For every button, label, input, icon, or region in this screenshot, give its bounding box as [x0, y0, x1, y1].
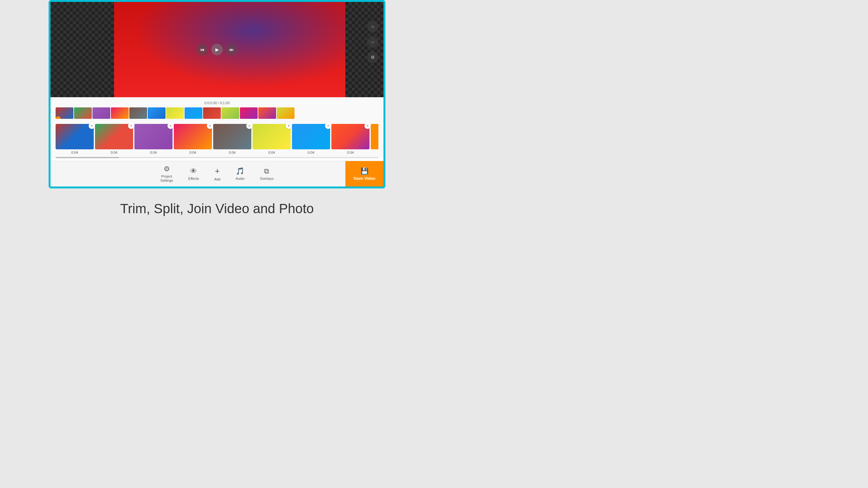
clip-item-7[interactable]: × 0:04 [292, 124, 330, 154]
filmstrip-bar[interactable] [56, 106, 378, 120]
audio-icon: 🎵 [236, 167, 244, 175]
overlays-label: Overlays [260, 177, 274, 181]
right-icons: ○ ○ ⚙ [367, 21, 378, 63]
clip-thumb-3 [134, 124, 173, 149]
effects-icon: 👁 [190, 167, 197, 175]
add-button[interactable]: + Add [212, 165, 223, 183]
filmstrip-thumb-1 [56, 108, 73, 119]
filmstrip-progress [56, 116, 61, 119]
filmstrip-thumb-5 [129, 108, 147, 119]
add-icon: + [215, 166, 220, 176]
clip-duration-1: 0:04 [71, 151, 78, 154]
save-video-icon: 💾 [361, 167, 369, 175]
clip-duration-8: 0:04 [347, 151, 353, 154]
clip-thumb-4 [174, 124, 212, 149]
clip-close-3[interactable]: × [167, 123, 174, 129]
project-settings-icon: ⚙ [164, 165, 170, 173]
video-preview: ⏮ ▶ ⏭ ○ ○ ⚙ [51, 2, 383, 97]
filmstrip-thumb-7 [166, 108, 184, 119]
clips-row[interactable]: × 0:04 × 0:04 × 0:04 [56, 120, 378, 157]
audio-button[interactable]: 🎵 Audio [233, 166, 247, 182]
clip-close-6[interactable]: × [286, 123, 292, 129]
filmstrip-thumb-13 [277, 108, 294, 119]
clip-close-4[interactable]: × [207, 123, 213, 129]
clip-duration-5: 0:04 [229, 151, 236, 154]
play-button[interactable]: ▶ [211, 44, 223, 55]
editor-frame: ⏮ ▶ ⏭ ○ ○ ⚙ 0:0:0.00 / 0:1:00 [49, 0, 385, 188]
clip-item-1[interactable]: × 0:04 [56, 124, 94, 154]
clip-close-7[interactable]: × [325, 123, 331, 129]
clip-thumb-6 [253, 124, 291, 149]
add-clip-button[interactable]: + [371, 124, 378, 149]
add-label: Add [214, 177, 220, 181]
clip-duration-2: 0:04 [111, 151, 117, 154]
toolbar-items: ⚙ ProjectSettings 👁 Effects + Add 🎵 Audi… [158, 163, 276, 184]
filmstrip-thumb-12 [258, 108, 276, 119]
clip-duration-6: 0:04 [268, 151, 275, 154]
clip-close-1[interactable]: × [89, 123, 95, 129]
clip-thumb-7 [292, 124, 330, 149]
clip-duration-3: 0:04 [150, 151, 157, 154]
effects-button[interactable]: 👁 Effects [186, 166, 202, 182]
filmstrip-thumb-6 [148, 108, 165, 119]
circle-icon-button[interactable]: ○ [367, 36, 378, 48]
settings-icon-button[interactable]: ⚙ [367, 52, 378, 63]
clip-close-8[interactable]: × [365, 123, 371, 129]
clip-item-8[interactable]: × 0:04 [331, 124, 370, 154]
scroll-thumb [56, 157, 119, 158]
effects-label: Effects [188, 177, 199, 181]
project-settings-button[interactable]: ⚙ ProjectSettings [158, 163, 176, 184]
clip-thumb-2 [95, 124, 133, 149]
filmstrip-thumb-11 [240, 108, 258, 119]
clip-item-6[interactable]: × 0:04 [253, 124, 291, 154]
filmstrip-thumb-8 [185, 108, 203, 119]
timeline-area: 0:0:0.00 / 0:1:00 [51, 97, 383, 158]
rewind-button[interactable]: ⏮ [197, 44, 208, 55]
filmstrip-thumb-2 [74, 108, 92, 119]
bottom-toolbar: ⚙ ProjectSettings 👁 Effects + Add 🎵 Audi… [51, 161, 383, 186]
overlays-icon: ⧉ [264, 167, 269, 175]
overlays-button[interactable]: ⧉ Overlays [257, 166, 276, 182]
clip-thumb-5 [213, 124, 251, 149]
time-display: 0:0:0.00 / 0:1:00 [56, 100, 378, 106]
filmstrip-thumb-10 [221, 108, 239, 119]
clip-thumb-1 [56, 124, 94, 149]
view-icon-button[interactable]: ○ [367, 21, 378, 32]
audio-label: Audio [236, 177, 245, 181]
filmstrip-thumb-9 [203, 108, 221, 119]
clip-thumb-8 [331, 124, 370, 149]
save-video-button[interactable]: 💾 Save Video [345, 161, 383, 186]
app-container: ⏮ ▶ ⏭ ○ ○ ⚙ 0:0:0.00 / 0:1:00 [42, 0, 392, 216]
next-button[interactable]: ⏭ [226, 44, 237, 55]
filmstrip-thumb-4 [111, 108, 129, 119]
clip-close-2[interactable]: × [128, 123, 134, 129]
save-video-label: Save Video [353, 176, 375, 181]
clip-item-4[interactable]: × 0:04 [174, 124, 212, 154]
scroll-track[interactable] [56, 157, 378, 158]
clip-item-5[interactable]: × 0:04 [213, 124, 251, 154]
clip-duration-7: 0:04 [308, 151, 314, 154]
clip-duration-4: 0:04 [189, 151, 196, 154]
playback-controls: ⏮ ▶ ⏭ [197, 44, 237, 55]
clip-item-2[interactable]: × 0:04 [95, 124, 133, 154]
filmstrip-thumb-3 [92, 108, 110, 119]
checkerboard-left [51, 2, 114, 97]
clip-close-5[interactable]: × [246, 123, 253, 129]
project-settings-label: ProjectSettings [160, 175, 173, 183]
bottom-tagline: Trim, Split, Join Video and Photo [120, 201, 314, 216]
clip-item-3[interactable]: × 0:04 [134, 124, 173, 154]
